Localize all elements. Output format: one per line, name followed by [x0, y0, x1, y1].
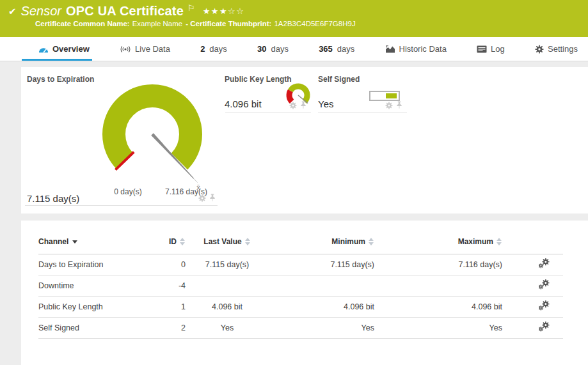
channel-pin-icon[interactable] [209, 194, 216, 202]
channel-maximum: 4.096 bit [374, 296, 502, 317]
tab-label: Overview [52, 44, 90, 54]
channel-name: Downtime [38, 275, 157, 296]
table-header-row: Channel ID Last Value Minimum Maximum [38, 229, 563, 254]
sensor-header: ✔ Sensor OPC UA Certificate ⚐ ★★★☆☆ Cert… [0, 0, 588, 37]
tab-2-days[interactable]: 2 days [200, 37, 227, 61]
tab-historic-data[interactable]: Historic Data [385, 37, 447, 61]
column-label: Maximum [458, 237, 493, 246]
tab-label: Log [491, 44, 505, 54]
days-to-expiration-gauge: x̄ [85, 74, 213, 192]
overview-content: Days to Expiration x̄ 0 day(s) 7.116 day… [0, 61, 588, 365]
channel-name: Public Key Length [38, 296, 157, 317]
column-label: Channel [38, 237, 68, 246]
channel-settings-icon[interactable] [539, 300, 550, 311]
channel-id: 2 [157, 317, 186, 338]
sensor-subtitle: Certificate Common Name:Example Name- Ce… [35, 20, 588, 27]
channels-table: Channel ID Last Value Minimum Maximum [38, 229, 563, 339]
tile-divider [25, 205, 218, 206]
column-header-last-value[interactable]: Last Value [186, 229, 269, 254]
table-row: Public Key Length 1 4.096 bit 4.096 bit … [38, 296, 563, 317]
channel-last-value [186, 275, 269, 296]
channel-settings-icon[interactable] [539, 258, 550, 268]
tab-label: days [209, 44, 226, 54]
channel-id: 0 [157, 254, 186, 275]
flag-icon[interactable]: ⚐ [187, 3, 195, 13]
channel-value: Yes [318, 98, 333, 109]
tile-title: Self Signed [318, 75, 360, 84]
channel-last-value: Yes [186, 317, 269, 338]
tab-number: 30 [257, 44, 266, 54]
channel-minimum [269, 275, 374, 296]
channel-maximum: 7.116 day(s) [374, 254, 502, 275]
channel-minimum: 4.096 bit [269, 296, 374, 317]
column-header-maximum[interactable]: Maximum [374, 229, 502, 254]
chart-icon [385, 45, 395, 53]
prtg-sensor-page: ✔ Sensor OPC UA Certificate ⚐ ★★★☆☆ Cert… [0, 0, 588, 365]
channel-name: Days to Expiration [38, 254, 157, 275]
status-ok-icon: ✔ [8, 6, 17, 17]
tile-divider [318, 112, 407, 113]
sort-icon [245, 238, 251, 245]
sensor-type-label: Sensor [21, 4, 61, 19]
gauge-tile-self-signed[interactable]: Self Signed Yes [314, 67, 410, 113]
channel-pin-icon[interactable] [396, 101, 402, 109]
tab-bar: Overview Live Data 2 days 30 days 365 da… [0, 37, 588, 61]
channel-minimum: 7.115 day(s) [269, 254, 374, 275]
channel-id: 1 [157, 296, 186, 317]
tab-overview[interactable]: Overview [38, 37, 90, 61]
tab-label: Historic Data [399, 44, 447, 54]
tab-label: days [271, 44, 288, 54]
channel-settings-icon[interactable] [539, 279, 550, 290]
sort-icon [497, 238, 502, 245]
channel-gear-icon[interactable] [198, 194, 206, 202]
priority-stars[interactable]: ★★★☆☆ [203, 6, 245, 16]
gauge-min-label: 0 day(s) [102, 187, 154, 196]
sort-desc-icon [72, 240, 77, 244]
thumbprint-value: 1A2B3C4D5E6F7G8H9J [274, 20, 355, 27]
sort-icon [180, 238, 186, 245]
tab-label: Settings [548, 44, 578, 54]
gauge-tile-days-to-expiration[interactable]: Days to Expiration x̄ 0 day(s) 7.116 day… [21, 67, 221, 206]
channel-maximum [374, 275, 502, 296]
tab-settings[interactable]: Settings [535, 37, 578, 61]
toggle-on-block [386, 93, 397, 98]
column-header-minimum[interactable]: Minimum [269, 229, 374, 254]
channel-settings-icon[interactable] [539, 322, 550, 332]
log-icon [477, 45, 487, 53]
star-filled-icons[interactable]: ★★★ [203, 6, 228, 16]
channel-maximum: Yes [374, 317, 502, 338]
table-row: Downtime -4 [38, 275, 563, 296]
column-label: Minimum [331, 237, 365, 246]
column-header-channel[interactable]: Channel [38, 229, 157, 254]
tab-30-days[interactable]: 30 days [257, 37, 289, 61]
tab-label: Live Data [135, 44, 170, 54]
table-row: Days to Expiration 0 7.115 day(s) 7.115 … [38, 254, 563, 275]
channel-last-value: 7.115 day(s) [186, 254, 269, 275]
channel-gear-icon[interactable] [289, 102, 297, 109]
channel-id: -4 [157, 275, 186, 296]
column-header-settings [502, 229, 563, 254]
tile-title: Days to Expiration [27, 75, 94, 84]
channel-minimum: Yes [269, 317, 374, 338]
common-name-value: Example Name [132, 20, 183, 27]
star-empty-icons[interactable]: ☆☆ [228, 6, 244, 16]
tile-divider [225, 112, 311, 113]
tab-365-days[interactable]: 365 days [319, 37, 354, 61]
channel-gear-icon[interactable] [385, 102, 393, 109]
tab-number: 365 [319, 44, 333, 54]
sort-icon [369, 238, 374, 245]
table-row: Self Signed 2 Yes Yes Yes [38, 317, 563, 338]
gear-icon [535, 45, 544, 54]
gauge-icon [38, 45, 49, 53]
column-header-id[interactable]: ID [157, 229, 186, 254]
channels-panel: Channel ID Last Value Minimum Maximum [21, 221, 588, 365]
gauge-tile-public-key-length[interactable]: Public Key Length 4.096 bit [221, 67, 314, 113]
tab-live-data[interactable]: Live Data [120, 37, 170, 61]
channel-pin-icon[interactable] [300, 101, 306, 109]
column-label: ID [169, 237, 177, 246]
thumbprint-label: - Certificate Thumbprint: [186, 20, 271, 27]
channel-last-value: 4.096 bit [186, 296, 269, 317]
sensor-title-row: ✔ Sensor OPC UA Certificate ⚐ ★★★☆☆ [8, 4, 588, 19]
common-name-label: Certificate Common Name: [35, 20, 130, 27]
tab-log[interactable]: Log [477, 37, 505, 61]
